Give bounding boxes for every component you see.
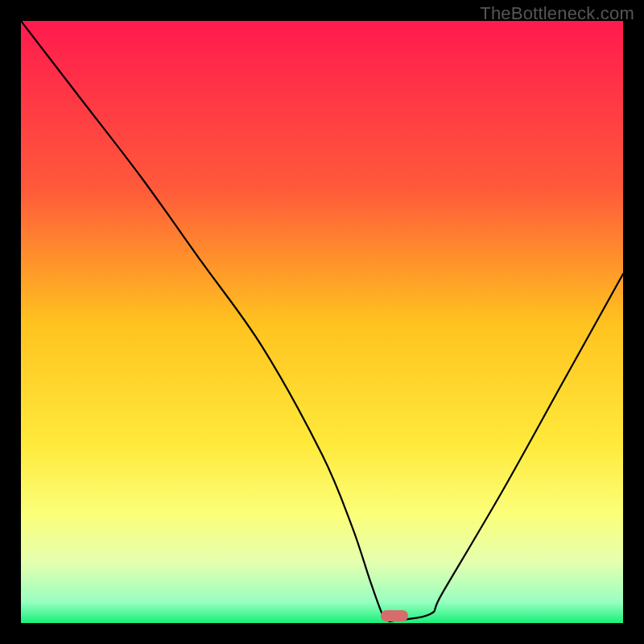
watermark-text: TheBottleneck.com bbox=[480, 3, 634, 24]
gradient-background bbox=[21, 21, 623, 623]
chart-svg bbox=[21, 21, 623, 623]
optimal-point-marker bbox=[381, 610, 408, 621]
bottleneck-chart bbox=[21, 21, 623, 623]
